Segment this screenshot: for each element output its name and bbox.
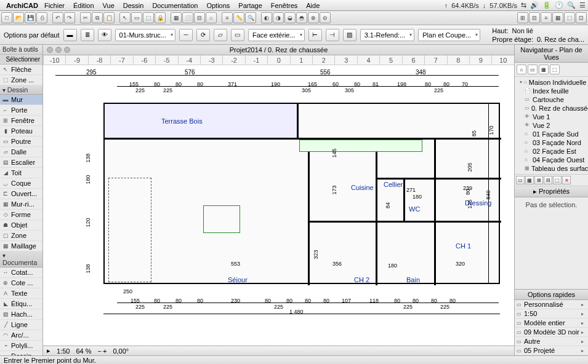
options-default-label[interactable]: Options par défaut bbox=[4, 31, 60, 39]
tb-lock[interactable]: 🔒 bbox=[155, 12, 166, 23]
ib-wall-icon[interactable]: ▬ bbox=[63, 29, 77, 41]
tb-cut[interactable]: ✂ bbox=[80, 12, 91, 23]
menu-vue[interactable]: Vue bbox=[103, 2, 115, 9]
nav-btn-3[interactable]: ⊞ bbox=[534, 176, 543, 184]
tool-coque[interactable]: ◡Coque bbox=[0, 178, 42, 189]
tb-cursor[interactable]: ↖ bbox=[119, 12, 131, 23]
tb-paste[interactable]: 📋 bbox=[103, 12, 115, 23]
nav-btn-5[interactable]: ⬚ bbox=[553, 176, 562, 184]
quick-row[interactable]: ▭Autre▸ bbox=[515, 337, 588, 346]
tb-find[interactable]: 🔍 bbox=[245, 12, 256, 23]
tb-misc3[interactable]: ◒ bbox=[284, 12, 296, 23]
tree-item[interactable]: 📄Index feuille bbox=[516, 87, 587, 95]
nav-tab-layouts[interactable]: ▦ bbox=[539, 65, 549, 74]
nav-btn-4[interactable]: ⊟ bbox=[544, 176, 552, 184]
tb-open[interactable]: 📂 bbox=[13, 12, 24, 23]
tb-new[interactable]: □ bbox=[1, 12, 12, 23]
tool-mur[interactable]: ▬Mur bbox=[0, 95, 42, 105]
tree-root[interactable]: ▾⌂Maison Individuelle - E bbox=[516, 78, 587, 87]
ib-geom3[interactable]: ▱ bbox=[214, 29, 227, 41]
tb-undo[interactable]: ↶ bbox=[52, 12, 63, 23]
tb-misc6[interactable]: ⊖ bbox=[320, 12, 331, 23]
tb-r5[interactable]: ⬚ bbox=[564, 12, 575, 23]
tree-item[interactable]: ▭0. Rez de chaussée bbox=[516, 104, 587, 113]
tb-misc1[interactable]: ◐ bbox=[261, 12, 272, 23]
tree-item[interactable]: 👁Vue 1 bbox=[516, 113, 587, 121]
spotlight-icon[interactable]: 🔍 bbox=[567, 1, 576, 9]
tool-forme[interactable]: ◇Forme bbox=[0, 210, 42, 220]
angle-field[interactable]: 0,00° bbox=[113, 347, 129, 355]
tb-redo[interactable]: ↷ bbox=[64, 12, 75, 23]
haut-value[interactable]: Non lié bbox=[512, 27, 533, 34]
scale-field[interactable]: 1:50 bbox=[57, 347, 70, 355]
drawing-canvas[interactable]: 295 576 556 348 155 80 80 80 371 190 165… bbox=[43, 65, 514, 346]
nav-btn[interactable]: ▸ bbox=[47, 347, 50, 355]
zoom-in-icon[interactable]: + bbox=[103, 347, 107, 355]
tb-section[interactable]: ⊟ bbox=[194, 12, 205, 23]
nav-tab-publisher[interactable]: ⬚ bbox=[550, 65, 560, 74]
tool-maillage[interactable]: ▩Maillage bbox=[0, 241, 42, 251]
tool-escalier[interactable]: ▤Escalier bbox=[0, 157, 42, 168]
tb-elev[interactable]: ⌂ bbox=[206, 12, 217, 23]
traffic-lights[interactable] bbox=[47, 47, 70, 53]
quick-row[interactable]: ▭1:50▸ bbox=[515, 309, 588, 318]
ib-geom4[interactable]: ▭ bbox=[231, 29, 244, 41]
menu-partage[interactable]: Partage bbox=[238, 2, 262, 9]
face-dropdown[interactable]: Face extérie... bbox=[248, 29, 305, 41]
tb-save[interactable]: 💾 bbox=[25, 12, 36, 23]
ib-layer-icon[interactable]: ≣ bbox=[81, 29, 94, 41]
quick-row[interactable]: ▭09 Modèle 3D noir▸ bbox=[515, 328, 588, 337]
nav-btn-delete[interactable]: ✕ bbox=[562, 176, 571, 184]
menu-documentation[interactable]: Documentation bbox=[152, 2, 198, 9]
tb-r6[interactable]: ⊡ bbox=[576, 12, 587, 23]
tb-view2d[interactable]: ▦ bbox=[171, 12, 182, 23]
ib-ref1[interactable]: ⊢ bbox=[308, 29, 322, 41]
tool-zone[interactable]: ▢Zone bbox=[0, 231, 42, 241]
ib-geom2[interactable]: ⟳ bbox=[196, 29, 210, 41]
ib-ref2[interactable]: ⊣ bbox=[326, 29, 339, 41]
nav-tab-project[interactable]: ⌂ bbox=[517, 65, 526, 74]
wifi-icon[interactable]: ⇆ bbox=[521, 1, 526, 9]
tool-texte[interactable]: ATexte bbox=[0, 288, 42, 299]
tool-fenetre[interactable]: ⊞Fenêtre bbox=[0, 116, 42, 126]
tool-polyligne[interactable]: ⌁Polyli... bbox=[0, 341, 42, 351]
tool-zone-rect[interactable]: ⬚Zone ... bbox=[0, 75, 42, 85]
quick-row[interactable]: ▭Modèle entier▸ bbox=[515, 318, 588, 328]
tool-ouverture[interactable]: ⊏Ouvert... bbox=[0, 189, 42, 199]
tree-item[interactable]: ⌂03 Façade Nord bbox=[516, 138, 587, 147]
tb-marquee[interactable]: ▭ bbox=[131, 12, 142, 23]
tb-group[interactable]: ⬚ bbox=[143, 12, 154, 23]
tree-item[interactable]: ▦Tableau des surfaces bbox=[516, 164, 587, 173]
tree-item[interactable]: ⌂04 Façade Ouest bbox=[516, 156, 587, 164]
notif-icon[interactable]: ☰ bbox=[579, 1, 586, 9]
nav-btn-2[interactable]: ▦ bbox=[525, 176, 534, 184]
quick-row[interactable]: ▭05 Projeté▸ bbox=[515, 346, 588, 355]
tb-misc4[interactable]: ◓ bbox=[296, 12, 307, 23]
tool-objet[interactable]: ☗Objet bbox=[0, 220, 42, 231]
menu-fichier[interactable]: Fichier bbox=[44, 2, 65, 9]
tb-layers[interactable]: ≡ bbox=[222, 12, 233, 23]
nav-btn-1[interactable]: ▭ bbox=[516, 176, 525, 184]
battery-icon[interactable]: 🔋 bbox=[542, 1, 551, 9]
zoom-out-icon[interactable]: − bbox=[98, 347, 102, 355]
tree-item[interactable]: ⌂01 Façade Sud bbox=[516, 130, 587, 138]
layer-dropdown[interactable]: 01-Murs.struc... bbox=[115, 29, 175, 41]
tool-porte[interactable]: ⌐Porte bbox=[0, 105, 42, 116]
zoom-field[interactable]: 64 % bbox=[76, 347, 91, 355]
tb-measure[interactable]: 📏 bbox=[233, 12, 244, 23]
tb-copy[interactable]: ⧉ bbox=[92, 12, 103, 23]
clock-icon[interactable]: 🕐 bbox=[555, 1, 563, 9]
tb-misc5[interactable]: ⊕ bbox=[308, 12, 319, 23]
menu-options[interactable]: Options bbox=[206, 2, 230, 9]
menu-dessin[interactable]: Dessin bbox=[123, 2, 144, 9]
tb-r3[interactable]: ≡ bbox=[541, 12, 552, 23]
app-name[interactable]: ArchiCAD bbox=[6, 2, 38, 9]
tree-item[interactable]: ⌂02 Façade Est bbox=[516, 147, 587, 156]
ib-eye-icon[interactable]: 👁 bbox=[98, 29, 111, 41]
tool-fleche[interactable]: ↖Flèche bbox=[0, 65, 42, 75]
refend-dropdown[interactable]: 3.1-Refend:... bbox=[360, 29, 415, 41]
tree-item[interactable]: 👁Vue 2 bbox=[516, 121, 587, 130]
menu-edition[interactable]: Édition bbox=[73, 2, 94, 9]
tool-toit[interactable]: ◢Toit bbox=[0, 168, 42, 178]
tool-ligne[interactable]: ╱Ligne bbox=[0, 320, 42, 330]
